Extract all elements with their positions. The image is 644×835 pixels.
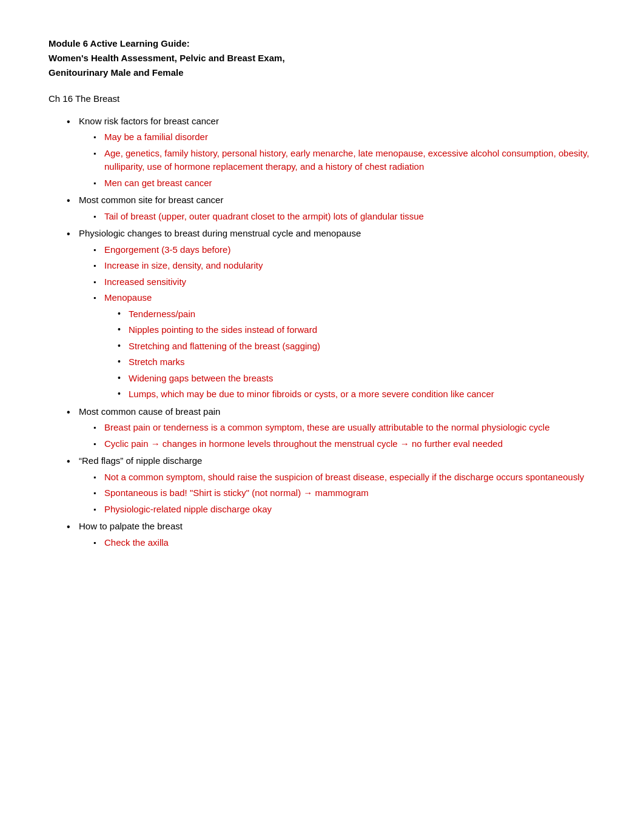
list-item-increased-sensitivity: Increased sensitivity: [93, 275, 595, 289]
list-item-menopause: Menopause Tenderness/pain Nipples pointi…: [93, 291, 595, 401]
list-item-not-common: Not a common symptom, should raise the s…: [93, 471, 595, 485]
list-item-nipple-discharge: “Red flags” of nipple discharge Not a co…: [67, 454, 595, 516]
list-item-tail: Tail of breast (upper, outer quadrant cl…: [93, 210, 595, 224]
list-item-widening-gaps: Widening gaps between the breasts: [118, 372, 595, 386]
list-item-engorgement: Engorgement (3-5 days before): [93, 243, 595, 257]
list-item-lumps: Lumps, which may be due to minor fibroid…: [118, 387, 595, 401]
list-item-men-cancer: Men can get breast cancer: [93, 176, 595, 190]
list-item-increase-size: Increase in size, density, and nodularit…: [93, 259, 595, 273]
list-item-stretch-marks: Stretch marks: [118, 355, 595, 369]
list-item-age-genetics: Age, genetics, family history, personal …: [93, 147, 595, 174]
list-item-axilla: Check the axilla: [93, 536, 595, 550]
list-item-tenderness: Tenderness/pain: [118, 307, 595, 321]
main-list: Know risk factors for breast cancer May …: [55, 115, 595, 550]
list-item-palpate: How to palpate the breast Check the axil…: [67, 520, 595, 549]
common-site-sublist: Tail of breast (upper, outer quadrant cl…: [79, 210, 595, 224]
list-item-physiologic: Physiologic changes to breast during men…: [67, 227, 595, 401]
breast-pain-sublist: Breast pain or tenderness is a common sy…: [79, 421, 595, 451]
menopause-sublist: Tenderness/pain Nipples pointing to the …: [104, 307, 595, 401]
list-item-breast-pain: Most common cause of breast pain Breast …: [67, 405, 595, 451]
chapter-heading: Ch 16 The Breast: [49, 92, 595, 106]
physiologic-sublist: Engorgement (3-5 days before) Increase i…: [79, 243, 595, 401]
risk-factors-sublist: May be a familial disorder Age, genetics…: [79, 130, 595, 190]
list-item-nipples-pointing: Nipples pointing to the sides instead of…: [118, 323, 595, 337]
list-item-cyclic-pain: Cyclic pain → changes in hormone levels …: [93, 437, 595, 451]
list-item-familial: May be a familial disorder: [93, 130, 595, 144]
nipple-discharge-sublist: Not a common symptom, should raise the s…: [79, 471, 595, 517]
list-item-common-site: Most common site for breast cancer Tail …: [67, 193, 595, 223]
list-item-stretching: Stretching and flattening of the breast …: [118, 340, 595, 354]
list-item-physiologic-related: Physiologic-related nipple discharge oka…: [93, 503, 595, 517]
page-title: Module 6 Active Learning Guide: Women's …: [49, 36, 595, 80]
list-item-risk-factors: Know risk factors for breast cancer May …: [67, 115, 595, 190]
list-item-spontaneous: Spontaneous is bad! "Shirt is sticky" (n…: [93, 486, 595, 500]
list-item-breast-pain-desc: Breast pain or tenderness is a common sy…: [93, 421, 595, 435]
palpate-sublist: Check the axilla: [79, 536, 595, 550]
